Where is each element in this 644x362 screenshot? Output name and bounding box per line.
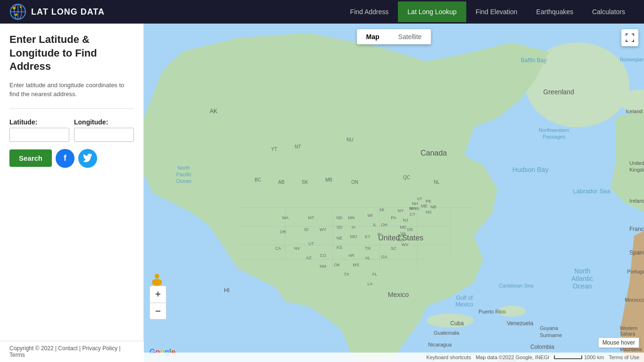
- copyright-text: Copyright © 2022: [9, 345, 54, 352]
- svg-text:Ireland: Ireland: [629, 198, 644, 204]
- svg-text:Morocco: Morocco: [625, 297, 644, 303]
- svg-text:Canada: Canada: [421, 149, 447, 157]
- search-button[interactable]: Search: [9, 149, 52, 167]
- svg-text:VT: VT: [417, 197, 422, 201]
- latitude-group: Latitude:: [9, 118, 69, 142]
- svg-text:Pacific: Pacific: [176, 172, 192, 177]
- svg-text:Puerto Rico: Puerto Rico: [479, 309, 505, 314]
- svg-text:Atlantic: Atlantic: [571, 275, 593, 282]
- map-area[interactable]: Hudson Bay Labrador Sea Northwestern Pas…: [144, 24, 644, 362]
- svg-text:WV: WV: [402, 242, 409, 247]
- svg-text:France: France: [629, 226, 644, 232]
- svg-text:OR: OR: [280, 230, 286, 234]
- nav-lat-long-lookup[interactable]: Lat Long Lookup: [398, 1, 466, 22]
- svg-text:Portugal: Portugal: [627, 269, 644, 274]
- svg-text:NU: NU: [347, 137, 353, 142]
- svg-text:SK: SK: [302, 180, 308, 185]
- svg-rect-130: [159, 280, 162, 285]
- svg-text:NC: NC: [398, 238, 404, 242]
- svg-text:MS: MS: [353, 263, 359, 267]
- svg-text:AK: AK: [210, 108, 217, 115]
- svg-text:AZ: AZ: [306, 255, 312, 260]
- svg-text:CT: CT: [410, 212, 415, 217]
- main-content: Enter Latitude & Longitude to Find Addre…: [0, 24, 644, 362]
- svg-text:Greenland: Greenland: [543, 88, 574, 96]
- svg-text:IA: IA: [352, 225, 356, 230]
- nav-find-elevation[interactable]: Find Elevation: [466, 1, 527, 22]
- svg-text:AR: AR: [348, 253, 355, 258]
- svg-text:WY: WY: [320, 227, 327, 232]
- svg-text:KY: KY: [365, 234, 371, 239]
- svg-text:NH: NH: [412, 201, 418, 206]
- svg-text:Baffin Bay: Baffin Bay: [521, 57, 546, 64]
- svg-text:NE: NE: [409, 206, 414, 211]
- logo-text: LAT LONG DATA: [31, 7, 105, 17]
- privacy-link[interactable]: Privacy Policy: [83, 345, 118, 352]
- svg-text:ON: ON: [351, 180, 358, 185]
- svg-text:NS: NS: [426, 210, 432, 214]
- svg-text:CA: CA: [275, 246, 281, 251]
- svg-text:BC: BC: [255, 177, 261, 182]
- svg-text:Ocean: Ocean: [176, 178, 191, 184]
- svg-text:AB: AB: [278, 180, 285, 185]
- fullscreen-icon: [626, 33, 634, 42]
- svg-text:Colombia: Colombia: [530, 344, 554, 350]
- svg-text:AL: AL: [365, 255, 370, 260]
- svg-text:IN: IN: [378, 232, 382, 237]
- map-data-attribution: Map data ©2022 Google, INEGI: [476, 354, 549, 360]
- twitter-share-button[interactable]: [78, 149, 97, 168]
- sidebar-title: Enter Latitude & Longitude to Find Addre…: [9, 33, 134, 74]
- svg-text:GA: GA: [381, 255, 387, 259]
- svg-point-125: [155, 274, 159, 279]
- zoom-controls: + −: [149, 286, 166, 320]
- nav-earthquakes[interactable]: Earthquakes: [527, 1, 583, 22]
- nav-links: Find Address Lat Long Lookup Find Elevat…: [341, 1, 635, 22]
- logo-area: LAT LONG DATA: [9, 3, 105, 20]
- svg-text:MO: MO: [350, 234, 357, 239]
- svg-text:Western: Western: [620, 326, 637, 331]
- svg-text:Kingdom: Kingdom: [629, 167, 644, 173]
- latitude-input[interactable]: [9, 128, 69, 142]
- svg-text:KS: KS: [337, 245, 342, 250]
- svg-text:NV: NV: [294, 246, 300, 251]
- svg-text:QC: QC: [403, 175, 410, 180]
- svg-text:NE: NE: [337, 236, 343, 240]
- keyboard-shortcuts-link[interactable]: Keyboard shortcuts: [426, 354, 471, 360]
- sidebar-description: Enter latitude and longitude coordinates…: [9, 81, 134, 99]
- svg-text:Suriname: Suriname: [540, 332, 562, 338]
- fullscreen-button[interactable]: [621, 29, 638, 46]
- svg-text:United: United: [629, 160, 644, 166]
- svg-text:Iceland: Iceland: [626, 108, 642, 114]
- svg-text:SD: SD: [337, 225, 343, 230]
- mouse-hover-tooltip: Mouse hover: [598, 337, 639, 348]
- action-row: Search f: [9, 149, 134, 168]
- svg-text:OH: OH: [381, 222, 388, 227]
- facebook-share-button[interactable]: f: [56, 149, 74, 168]
- scale-label: 1000 km: [584, 354, 604, 360]
- svg-text:NM: NM: [320, 264, 326, 269]
- map-background: Hudson Bay Labrador Sea Northwestern Pas…: [144, 24, 644, 362]
- terms-link[interactable]: Terms: [9, 352, 25, 358]
- svg-text:North: North: [574, 267, 590, 275]
- svg-text:MN: MN: [348, 215, 355, 220]
- zoom-out-button[interactable]: −: [149, 303, 166, 320]
- map-view-button[interactable]: Map: [357, 29, 389, 44]
- zoom-in-button[interactable]: +: [149, 286, 166, 303]
- svg-text:OK: OK: [334, 263, 340, 267]
- svg-text:SC: SC: [391, 246, 397, 251]
- svg-text:Sahara: Sahara: [620, 331, 636, 337]
- satellite-view-button[interactable]: Satellite: [389, 29, 431, 44]
- nav-calculators[interactable]: Calculators: [583, 1, 635, 22]
- svg-text:IL: IL: [373, 222, 377, 227]
- contact-link[interactable]: Contact: [58, 345, 77, 352]
- form-row: Latitude: Longitude:: [9, 118, 134, 142]
- nav-find-address[interactable]: Find Address: [341, 1, 398, 22]
- longitude-input[interactable]: [74, 128, 134, 142]
- scale-bar: 1000 km: [554, 354, 604, 360]
- terms-of-use-link[interactable]: Terms of Use: [609, 354, 639, 360]
- svg-text:RI: RI: [415, 206, 420, 211]
- scale-line: [554, 355, 582, 359]
- svg-text:Passages: Passages: [543, 134, 566, 140]
- header: LAT LONG DATA Find Address Lat Long Look…: [0, 0, 644, 24]
- svg-text:YT: YT: [271, 147, 277, 152]
